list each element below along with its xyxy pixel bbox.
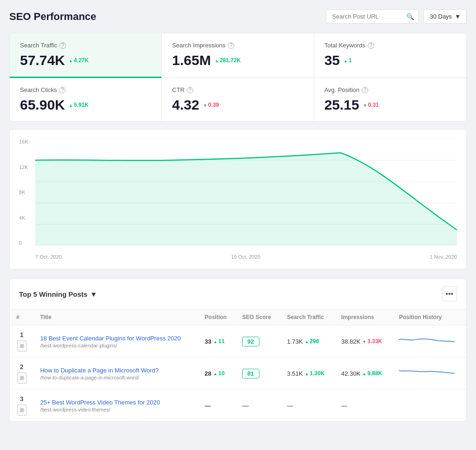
metric-value-clicks: 65.90K	[20, 97, 65, 113]
metric-value-keywords: 35	[324, 52, 340, 68]
row-number: 1	[20, 331, 24, 339]
help-icon-clicks[interactable]: ?	[59, 87, 66, 93]
seo-score-badge: 92	[242, 337, 259, 346]
row-number-cell: 2 🖹	[16, 363, 27, 384]
seo-score-empty: —	[242, 402, 249, 409]
search-icon: 🔍	[406, 13, 414, 20]
row-number: 3	[20, 395, 24, 403]
table-row: 1 🖹 18 Best Event Calendar Plugins for W…	[10, 326, 466, 358]
search-url-wrap: 🔍	[326, 9, 419, 24]
col-header-impressions: Impressions	[335, 309, 392, 326]
seo-score-badge: 81	[242, 369, 259, 378]
days-label: 30 Days	[430, 13, 452, 20]
post-url: /how-to-duplicate-a-page-in-microsoft-wo…	[40, 375, 192, 380]
x-label: 1 Nov, 2020	[430, 254, 457, 260]
arrow-up-icon	[344, 57, 348, 64]
x-label: 7 Oct, 2020	[35, 254, 62, 260]
impressions-value: 38.82K 3.33K	[341, 338, 386, 345]
metric-change-ctr: 0.39	[203, 102, 219, 108]
posts-section: Top 5 Winning Posts ▼ ••• # Title Positi…	[9, 279, 467, 422]
metric-label-clicks: Search Clicks	[20, 86, 57, 93]
impressions-change: 3.33K	[362, 338, 382, 345]
doc-icon: 🖹	[17, 340, 26, 352]
y-axis: 16K 12K 8K 4K 0	[19, 139, 33, 246]
position-change: 11	[213, 338, 225, 345]
mini-position-chart	[399, 332, 455, 350]
y-label: 0	[19, 240, 33, 246]
posts-header: Top 5 Winning Posts ▼ •••	[10, 279, 466, 309]
help-icon-impressions[interactable]: ?	[228, 42, 234, 49]
days-dropdown[interactable]: 30 Days ▼	[423, 9, 467, 24]
arrow-down-icon	[363, 102, 367, 108]
y-label: 12K	[19, 164, 33, 170]
post-title-link[interactable]: How to Duplicate a Page in Microsoft Wor…	[40, 367, 192, 374]
chevron-down-icon: ▼	[455, 13, 461, 20]
col-header-position: Position	[198, 309, 236, 326]
help-icon-avg-position[interactable]: ?	[362, 87, 368, 93]
metric-change-impressions: 281.72K	[215, 57, 241, 64]
row-number: 2	[20, 363, 24, 371]
post-title-link[interactable]: 18 Best Event Calendar Plugins for WordP…	[40, 335, 192, 342]
impressions-value: —	[341, 402, 386, 409]
metric-search-impressions: Search Impressions ? 1.65M 281.72K	[162, 33, 314, 78]
metric-value-avg-position: 25.15	[324, 97, 359, 113]
arrow-up-icon	[215, 57, 219, 64]
metric-change-keywords: 1	[344, 57, 352, 64]
row-number-cell: 3 🖹	[16, 395, 27, 416]
metric-value-impressions: 1.65M	[172, 52, 211, 68]
metric-value-ctr: 4.32	[172, 97, 199, 113]
metric-change-avg-position: 0.31	[363, 102, 379, 108]
impressions-value: 42.30K 9.88K	[341, 370, 386, 377]
help-icon-search-traffic[interactable]: ?	[60, 42, 66, 49]
x-label: 19 Oct, 2020	[231, 254, 260, 260]
metric-change-clicks: 5.91K	[69, 102, 89, 108]
position-value: —	[205, 402, 229, 409]
metric-search-traffic: Search Traffic ? 57.74K 4.27K	[10, 33, 162, 78]
impressions-change: 9.88K	[362, 370, 382, 377]
traffic-value: 3.51K 1.30K	[287, 370, 328, 377]
more-options-button[interactable]: •••	[442, 287, 457, 301]
col-header-seo-score: SEO Score	[236, 309, 280, 326]
row-number-cell: 1 🖹	[16, 331, 27, 352]
metric-search-clicks: Search Clicks ? 65.90K 5.91K	[10, 78, 162, 121]
posts-table: # Title Position SEO Score Search Traffi…	[10, 309, 466, 421]
position-change: 10	[213, 370, 225, 377]
doc-icon: 🖹	[17, 372, 26, 384]
metric-ctr: CTR ? 4.32 0.39	[162, 78, 314, 121]
table-row: 2 🖹 How to Duplicate a Page in Microsoft…	[10, 358, 466, 390]
metric-total-keywords: Total Keywords ? 35 1	[314, 33, 466, 78]
post-title-link[interactable]: 25+ Best WordPress Video Themes for 2020	[40, 399, 192, 406]
arrow-up-icon	[69, 102, 73, 108]
search-url-input[interactable]	[326, 9, 419, 24]
table-header-row: # Title Position SEO Score Search Traffi…	[10, 309, 466, 326]
y-label: 16K	[19, 139, 33, 144]
col-header-title: Title	[33, 309, 198, 326]
posts-title-text: Top 5 Winning Posts	[19, 290, 87, 298]
help-icon-ctr[interactable]: ?	[187, 87, 193, 93]
page-title: SEO Performance	[9, 11, 96, 23]
arrow-up-icon	[69, 57, 73, 64]
traffic-change: 1.30K	[304, 370, 324, 377]
traffic-value: 1.73K 296	[287, 338, 328, 345]
chevron-down-icon: ▼	[90, 290, 97, 298]
post-url: /best-wordpress-calendar-plugins/	[40, 343, 192, 348]
position-value: 33 11	[205, 338, 229, 345]
table-row: 3 🖹 25+ Best WordPress Video Themes for …	[10, 390, 466, 422]
metric-label-avg-position: Avg. Position	[324, 86, 360, 93]
metric-avg-position: Avg. Position ? 25.15 0.31	[314, 78, 466, 121]
doc-icon: 🖹	[17, 404, 26, 416]
traffic-value: —	[287, 402, 328, 409]
metric-label-impressions: Search Impressions	[172, 42, 225, 49]
y-label: 8K	[19, 189, 33, 195]
col-header-position-history: Position History	[392, 309, 466, 326]
col-header-search-traffic: Search Traffic	[280, 309, 335, 326]
chart-section: 16K 12K 8K 4K 0	[9, 129, 467, 269]
help-icon-keywords[interactable]: ?	[368, 42, 374, 49]
metrics-grid: Search Traffic ? 57.74K 4.27K Search Imp…	[9, 33, 467, 122]
x-axis: 7 Oct, 2020 19 Oct, 2020 1 Nov, 2020	[35, 254, 457, 260]
posts-title[interactable]: Top 5 Winning Posts ▼	[19, 290, 97, 298]
col-header-num: #	[10, 309, 33, 326]
traffic-change: 296	[304, 338, 319, 345]
mini-position-chart	[399, 364, 455, 382]
chart-area	[35, 139, 457, 246]
